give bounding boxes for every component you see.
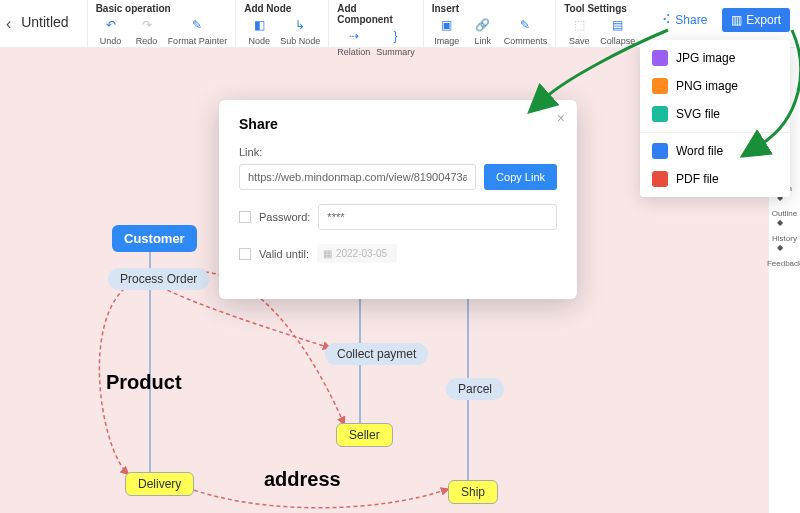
sub-node-icon: ↳ — [291, 16, 309, 34]
export-label: Export — [746, 13, 781, 27]
calendar-icon: ▦ — [323, 248, 332, 259]
feedback-icon: ◆ — [777, 243, 793, 259]
format-painter-label: Format Painter — [168, 36, 228, 46]
share-icon: ⠪ — [662, 13, 671, 27]
export-word[interactable]: Word file — [640, 137, 790, 165]
group-basic-operation: Basic operation↶Undo↷Redo✎Format Painter — [87, 0, 236, 48]
link-label: Link — [474, 36, 491, 46]
group-label: Tool Settings — [562, 2, 637, 16]
redo-icon: ↷ — [138, 16, 156, 34]
comments-label: Comments — [504, 36, 548, 46]
export-button[interactable]: ▥ Export — [722, 8, 790, 32]
group-label: Add Component — [335, 2, 417, 27]
dialog-title: Share — [239, 116, 557, 132]
doc-title[interactable]: Untitled — [17, 0, 86, 30]
word-label: Word file — [676, 144, 723, 158]
outline-label: Outline — [772, 209, 797, 218]
node-ship[interactable]: Ship — [448, 480, 498, 504]
group-add-component: Add Component⇢Relation}Summary — [328, 0, 423, 48]
valid-date-value: 2022-03-05 — [336, 248, 387, 259]
png-icon — [652, 78, 668, 94]
relation-label: Relation — [337, 47, 370, 57]
save-icon: ⬚ — [570, 16, 588, 34]
export-menu: JPG imagePNG imageSVG file Word filePDF … — [640, 40, 790, 197]
export-svg[interactable]: SVG file — [640, 100, 790, 128]
share-button[interactable]: ⠪ Share — [653, 8, 716, 32]
history-icon: ◆ — [777, 218, 793, 234]
save-button[interactable]: ⬚Save — [562, 16, 596, 46]
undo-icon: ↶ — [102, 16, 120, 34]
valid-date[interactable]: ▦ 2022-03-05 — [317, 244, 397, 263]
rail-history[interactable]: ◆History — [767, 218, 800, 243]
link-label: Link: — [239, 146, 557, 158]
password-input[interactable] — [318, 204, 557, 230]
node-process_order[interactable]: Process Order — [108, 268, 209, 290]
right-actions: ⠪ Share ▥ Export — [643, 0, 800, 40]
export-icon: ▥ — [731, 13, 742, 27]
relation-button[interactable]: ⇢Relation — [335, 27, 372, 57]
summary-icon: } — [386, 27, 404, 45]
link-icon: 🔗 — [474, 16, 492, 34]
node-seller[interactable]: Seller — [336, 423, 393, 447]
png-label: PNG image — [676, 79, 738, 93]
menu-divider — [640, 132, 790, 133]
node-customer[interactable]: Customer — [112, 225, 197, 252]
summary-label: Summary — [376, 47, 415, 57]
label-address[interactable]: address — [264, 468, 341, 491]
redo-button[interactable]: ↷Redo — [130, 16, 164, 46]
share-dialog: × Share Link: Copy Link Password: Valid … — [219, 100, 577, 299]
back-button[interactable]: ‹ — [0, 0, 17, 48]
format-painter-icon: ✎ — [188, 16, 206, 34]
link-input[interactable] — [239, 164, 476, 190]
pdf-icon — [652, 171, 668, 187]
valid-label: Valid until: — [259, 248, 309, 260]
format-painter-button[interactable]: ✎Format Painter — [166, 16, 230, 46]
node-button[interactable]: ◧Node — [242, 16, 276, 46]
group-tool-settings: Tool Settings⬚Save▤Collapse — [555, 0, 643, 48]
password-checkbox[interactable] — [239, 211, 251, 223]
group-label: Add Node — [242, 2, 322, 16]
group-insert: Insert▣Image🔗Link✎Comments — [423, 0, 556, 48]
collapse-label: Collapse — [600, 36, 635, 46]
sub-node-label: Sub Node — [280, 36, 320, 46]
copy-link-button[interactable]: Copy Link — [484, 164, 557, 190]
word-icon — [652, 143, 668, 159]
collapse-button[interactable]: ▤Collapse — [598, 16, 637, 46]
image-button[interactable]: ▣Image — [430, 16, 464, 46]
comments-icon: ✎ — [516, 16, 534, 34]
relation-icon: ⇢ — [345, 27, 363, 45]
sub-node-button[interactable]: ↳Sub Node — [278, 16, 322, 46]
group-label: Basic operation — [94, 2, 230, 16]
node-label: Node — [248, 36, 270, 46]
summary-button[interactable]: }Summary — [374, 27, 417, 57]
label-product[interactable]: Product — [106, 371, 182, 394]
undo-button[interactable]: ↶Undo — [94, 16, 128, 46]
close-icon[interactable]: × — [557, 110, 565, 126]
export-png[interactable]: PNG image — [640, 72, 790, 100]
node-parcel[interactable]: Parcel — [446, 378, 504, 400]
image-icon: ▣ — [438, 16, 456, 34]
svg-icon — [652, 106, 668, 122]
link-button[interactable]: 🔗Link — [466, 16, 500, 46]
export-jpg[interactable]: JPG image — [640, 44, 790, 72]
toolbar-groups: Basic operation↶Undo↷Redo✎Format Painter… — [87, 0, 644, 48]
group-label: Insert — [430, 2, 550, 16]
undo-label: Undo — [100, 36, 122, 46]
export-pdf[interactable]: PDF file — [640, 165, 790, 193]
share-label: Share — [675, 13, 707, 27]
group-add-node: Add Node◧Node↳Sub Node — [235, 0, 328, 48]
jpg-label: JPG image — [676, 51, 735, 65]
rail-feedback[interactable]: ◆Feedback — [767, 243, 800, 268]
node-delivery[interactable]: Delivery — [125, 472, 194, 496]
pdf-label: PDF file — [676, 172, 719, 186]
node-collect[interactable]: Collect paymet — [325, 343, 428, 365]
redo-label: Redo — [136, 36, 158, 46]
valid-checkbox[interactable] — [239, 248, 251, 260]
svg-label: SVG file — [676, 107, 720, 121]
feedback-label: Feedback — [767, 259, 800, 268]
password-label: Password: — [259, 211, 310, 223]
history-label: History — [772, 234, 797, 243]
comments-button[interactable]: ✎Comments — [502, 16, 550, 46]
jpg-icon — [652, 50, 668, 66]
image-label: Image — [434, 36, 459, 46]
